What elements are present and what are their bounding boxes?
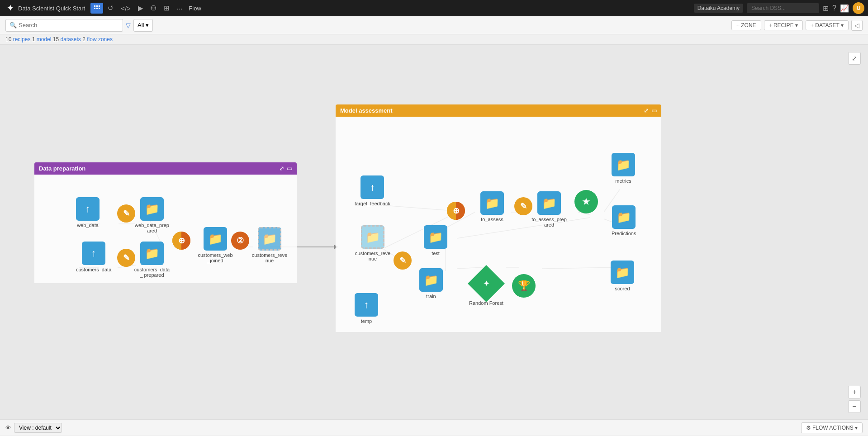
- node-web-data[interactable]: ↑ web_data: [76, 197, 100, 228]
- node-train[interactable]: 📁 train: [419, 268, 443, 299]
- node-customers-data[interactable]: ↑ customers_data: [76, 242, 111, 272]
- canvas-expand-btn[interactable]: ⤢: [848, 52, 861, 65]
- nav-flow-label: Flow: [189, 5, 201, 12]
- web-data-prepared-icon: 📁: [140, 197, 164, 221]
- zone-body-data-prep: ↑ web_data ✎ 📁 web_data_prepared: [34, 175, 297, 283]
- to-assess-icon: 📁: [480, 191, 504, 215]
- recipe-prepare-assess[interactable]: ✎: [514, 197, 532, 215]
- node-star-eval[interactable]: ★: [574, 190, 598, 213]
- web-data-label: web_data: [77, 223, 99, 228]
- recipe-circle-python: ②: [231, 232, 249, 250]
- nav-more-btn[interactable]: ···: [174, 3, 185, 14]
- recipe-web-prepare[interactable]: ✎: [117, 204, 135, 223]
- search-input[interactable]: [19, 22, 119, 28]
- node-metrics[interactable]: 📁 metrics: [612, 153, 635, 184]
- flow-zones-link[interactable]: flow zones: [87, 36, 113, 43]
- node-customers-revenue-prep[interactable]: 📁 customers_revenue: [251, 227, 288, 263]
- recipe-customers-prepare[interactable]: ✎: [117, 249, 135, 267]
- nav-grid-btn[interactable]: ⊞: [161, 2, 172, 14]
- nav-chart-icon[interactable]: 📈: [840, 4, 849, 13]
- temp-icon: ↑: [355, 293, 378, 317]
- info-bar: 10 recipes 1 model 15 datasets 2 flow zo…: [0, 34, 868, 45]
- add-zone-btn[interactable]: + ZONE: [731, 20, 761, 30]
- zone-model-expand-icon[interactable]: ⤢: [644, 107, 649, 114]
- filter-dropdown[interactable]: All ▾: [133, 19, 153, 32]
- recipe-python[interactable]: ②: [231, 232, 249, 250]
- recipe-circle-web: ✎: [117, 204, 135, 223]
- nav-right: Dataiku Academy ⊞ ? 📈 U: [694, 2, 864, 14]
- add-recipe-btn[interactable]: + RECIPE ▾: [764, 20, 803, 30]
- nav-logo: ✦: [4, 2, 16, 14]
- node-test[interactable]: 📁 test: [424, 225, 447, 256]
- metrics-icon: 📁: [612, 153, 635, 176]
- train-label: train: [426, 294, 436, 299]
- nav-app-title: Data Scientist Quick Start: [18, 5, 85, 12]
- filter-icon: ▽: [126, 22, 131, 29]
- recipe-join[interactable]: ⊕: [172, 232, 190, 250]
- model-link[interactable]: model: [37, 36, 53, 43]
- nav-run-btn[interactable]: ▶: [135, 2, 146, 14]
- flow-actions-btn[interactable]: ⚙ FLOW ACTIONS ▾: [801, 422, 863, 433]
- view-dropdown[interactable]: View : default: [14, 423, 62, 433]
- zone-expand-icon[interactable]: ⤢: [279, 165, 284, 172]
- node-predictions[interactable]: 📁 Predictions: [612, 205, 636, 236]
- nav-code-btn[interactable]: </>: [118, 3, 133, 14]
- data-preparation-zone: Data preparation ⤢ ▭ ↑ web_data ✎: [34, 162, 297, 284]
- nav-help-icon[interactable]: ?: [832, 4, 836, 12]
- nav-avatar[interactable]: U: [853, 2, 864, 14]
- to-assess-prepared-icon: 📁: [537, 191, 561, 215]
- target-feedback-icon: ↑: [360, 175, 384, 199]
- filter-label: All: [138, 22, 144, 28]
- node-evaluate[interactable]: 🏆: [512, 274, 536, 298]
- nav-db-btn[interactable]: ⛁: [148, 2, 159, 14]
- node-temp[interactable]: ↑ temp: [355, 293, 378, 324]
- node-customers-revenue-model[interactable]: 📁 customers_revenue: [355, 225, 391, 261]
- view-select: 👁 View : default: [5, 423, 62, 433]
- dataiku-academy-btn[interactable]: Dataiku Academy: [694, 4, 743, 13]
- node-random-forest[interactable]: ✦ Random Forest: [469, 270, 503, 306]
- random-forest-diamond: ✦: [468, 265, 505, 302]
- zone-model-collapse-icon[interactable]: ▭: [651, 107, 657, 114]
- train-icon: 📁: [419, 268, 443, 292]
- search-magnifier-icon: 🔍: [9, 22, 17, 28]
- zone-header-icons: ⤢ ▭: [279, 165, 292, 172]
- recipes-link[interactable]: recipes: [13, 36, 32, 43]
- customers-web-joined-icon: 📁: [204, 227, 227, 251]
- collapse-sidebar-btn[interactable]: ◁: [851, 20, 863, 31]
- flow-canvas: Data preparation ⤢ ▭ ↑ web_data ✎: [0, 45, 868, 436]
- node-customers-data-prepared[interactable]: 📁 customers_data_ prepared: [134, 242, 170, 278]
- node-to-assess-prepared[interactable]: 📁 to_assess_prepared: [531, 191, 567, 227]
- predictions-label: Predictions: [612, 231, 636, 236]
- add-dataset-btn[interactable]: + DATASET ▾: [806, 20, 849, 30]
- node-target-feedback[interactable]: ↑ target_feedback: [355, 175, 390, 206]
- top-nav: ✦ Data Scientist Quick Start ↺ </> ▶ ⛁ ⊞…: [0, 0, 868, 16]
- scored-label: scored: [615, 286, 630, 291]
- recipe-circle-model-join: ⊕: [447, 202, 465, 220]
- node-scored[interactable]: 📁 scored: [611, 261, 634, 291]
- recipes-count: 10: [5, 36, 11, 43]
- zone-collapse-icon[interactable]: ▭: [287, 165, 292, 172]
- target-feedback-label: target_feedback: [355, 201, 390, 206]
- global-search-input[interactable]: [747, 3, 819, 13]
- customers-revenue-model-icon: 📁: [361, 225, 384, 249]
- customers-data-label: customers_data: [76, 267, 111, 272]
- zoom-in-btn[interactable]: +: [848, 386, 861, 398]
- toolbar-right: + ZONE + RECIPE ▾ + DATASET ▾ ◁: [731, 20, 863, 31]
- view-icon: 👁: [5, 424, 11, 431]
- node-web-data-prepared[interactable]: 📁 web_data_prepared: [134, 197, 170, 233]
- zone-header-model-assessment: Model assessment ⤢ ▭: [336, 104, 661, 117]
- bottom-bar: 👁 View : default ⚙ FLOW ACTIONS ▾: [0, 419, 868, 436]
- nav-flow-btn[interactable]: [90, 3, 103, 14]
- predictions-icon: 📁: [612, 205, 636, 229]
- datasets-link[interactable]: datasets: [61, 36, 83, 43]
- zoom-out-btn[interactable]: −: [848, 400, 861, 413]
- recipe-train[interactable]: ✎: [394, 251, 412, 270]
- nav-refresh-btn[interactable]: ↺: [105, 2, 116, 14]
- node-to-assess[interactable]: 📁 to_assess: [480, 191, 504, 222]
- recipe-model-join[interactable]: ⊕: [447, 202, 465, 220]
- star-eval-icon: ★: [574, 190, 598, 213]
- zone-header-model-icons: ⤢ ▭: [644, 107, 657, 114]
- temp-label: temp: [361, 318, 372, 324]
- nav-apps-icon[interactable]: ⊞: [823, 4, 829, 13]
- node-customers-web-joined[interactable]: 📁 customers_web_joined: [197, 227, 233, 263]
